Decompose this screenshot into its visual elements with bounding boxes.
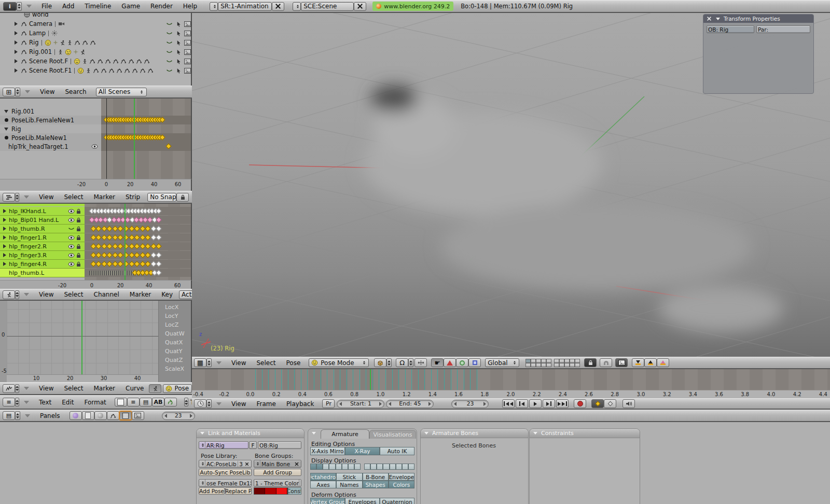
add-group-button[interactable]: Add Group bbox=[254, 469, 301, 476]
toggle-x-ray[interactable]: X-Ray bbox=[345, 447, 380, 455]
lock-view-button[interactable] bbox=[176, 193, 189, 202]
nla-menu-select[interactable]: Select bbox=[64, 193, 83, 201]
collapse-triangle-icon[interactable] bbox=[4, 110, 8, 113]
action-channel-hlp-finger1-r[interactable]: hlp_finger1.R bbox=[0, 233, 85, 242]
outliner-row-rig[interactable]: Rig bbox=[0, 38, 191, 47]
armature-layer-toggle[interactable] bbox=[342, 464, 348, 470]
layer-toggle[interactable] bbox=[531, 359, 536, 363]
outliner-row-scene-root-f1[interactable]: Scene Root.F1 bbox=[0, 66, 191, 75]
action-channel-hlp-finger2-r[interactable]: hlp_finger2.R bbox=[0, 242, 85, 251]
poselib-action-field[interactable]: AC:PoseLib 3 bbox=[199, 460, 252, 468]
decrement-arrow-icon[interactable] bbox=[164, 414, 167, 418]
topbar-menu-add[interactable]: Add bbox=[62, 3, 74, 10]
fake-user-button[interactable]: F bbox=[249, 441, 257, 449]
nla-menu-view[interactable]: View bbox=[39, 193, 53, 201]
outliner-row-scene-root-f[interactable]: Scene Root.F bbox=[0, 57, 191, 66]
action-channel-label[interactable]: hlp_IKHand.L bbox=[9, 208, 46, 215]
start-frame-field[interactable]: Start: 1 bbox=[337, 400, 384, 408]
parent-field[interactable]: Par: bbox=[756, 25, 810, 33]
nla-channel-label[interactable]: hlpTrk_headTarget.1 bbox=[8, 143, 68, 150]
action-channel-hlp-thumb-r[interactable]: hlp_thumb.R bbox=[0, 225, 85, 233]
header-collapse-icon[interactable] bbox=[24, 387, 29, 390]
close-icon[interactable] bbox=[707, 16, 712, 21]
increment-arrow-icon[interactable] bbox=[379, 402, 382, 406]
step-back-button[interactable] bbox=[516, 399, 528, 408]
toggle-auto-ik[interactable]: Auto IK bbox=[380, 447, 414, 455]
layer-toggle[interactable] bbox=[575, 359, 580, 363]
panel-header[interactable]: Armature Bones bbox=[421, 429, 528, 438]
increment-arrow-icon[interactable] bbox=[483, 402, 486, 406]
ipo-pose-toggle[interactable] bbox=[149, 384, 161, 393]
record-button[interactable] bbox=[574, 399, 586, 408]
header-collapse-icon[interactable] bbox=[216, 402, 222, 405]
syntax-highlight-button[interactable]: AB bbox=[152, 398, 164, 407]
action-channel-hlp-thumb-l[interactable]: hlp_thumb.L bbox=[0, 269, 85, 277]
ipo-menu-select[interactable]: Select bbox=[64, 385, 83, 392]
editor-type-stepper[interactable] bbox=[15, 411, 20, 420]
object-name-field[interactable]: OB:Rig bbox=[258, 441, 301, 449]
decrement-arrow-icon[interactable] bbox=[339, 402, 342, 406]
outliner-row-lamp[interactable]: Lamp bbox=[0, 29, 191, 38]
ipo-channel-quaty[interactable]: QuatY bbox=[165, 348, 182, 355]
fullscreen-button[interactable] bbox=[115, 398, 127, 407]
autosync-poselib-button[interactable]: Auto-Sync PoseLib bbox=[199, 469, 252, 476]
outliner-scene-filter[interactable]: All Scenes bbox=[96, 88, 147, 96]
panel-header[interactable]: Link and Materials bbox=[197, 429, 304, 438]
toggle-shapes[interactable]: Shapes bbox=[363, 481, 389, 488]
user-count[interactable]: 3 bbox=[238, 461, 244, 467]
text-editor-icon[interactable]: ≡ bbox=[3, 398, 15, 407]
toggle-octahedron[interactable]: Octahedron bbox=[310, 473, 336, 481]
const-toggle[interactable]: Const bbox=[288, 487, 301, 495]
editor-type-stepper[interactable] bbox=[15, 88, 20, 96]
screen-close-button[interactable] bbox=[272, 2, 284, 11]
panel-collapse-icon[interactable] bbox=[716, 18, 720, 20]
line-numbers-button[interactable]: ▤ bbox=[140, 398, 152, 407]
jump-end-button[interactable] bbox=[556, 399, 569, 408]
expand-triangle-icon[interactable] bbox=[3, 235, 6, 240]
outliner-item-label[interactable]: Camera bbox=[29, 20, 52, 27]
text-menu-format[interactable]: Format bbox=[85, 399, 106, 406]
expand-triangle-icon[interactable] bbox=[3, 227, 6, 231]
nla-channel-label[interactable]: PoseLib.MaleNew1 bbox=[11, 134, 67, 142]
armature-layer-toggle[interactable] bbox=[370, 464, 377, 470]
poselib-add-button[interactable] bbox=[632, 358, 644, 367]
outliner-row-rig-001[interactable]: Rig.001 bbox=[0, 47, 191, 57]
logic-context-button[interactable] bbox=[70, 411, 82, 420]
expand-triangle-icon[interactable] bbox=[15, 68, 18, 73]
expand-triangle-icon[interactable] bbox=[3, 209, 6, 213]
orientation-select[interactable]: Global bbox=[485, 358, 519, 367]
shading-context-button[interactable] bbox=[94, 411, 107, 420]
toggle-stick[interactable]: Stick bbox=[336, 473, 362, 481]
scene-close-button[interactable] bbox=[354, 2, 366, 11]
action-channel-hlp-finger4-r[interactable]: hlp_finger4.R bbox=[0, 260, 85, 269]
render-preview-button[interactable] bbox=[615, 358, 628, 367]
nla-channel-label[interactable]: Rig.001 bbox=[11, 108, 34, 115]
toggle-vertex-group[interactable]: Vertex Group bbox=[310, 498, 345, 504]
timeline-editor-icon[interactable] bbox=[194, 399, 206, 408]
expand-triangle-icon[interactable] bbox=[3, 253, 6, 257]
armature-layer-toggle[interactable] bbox=[402, 464, 408, 470]
panel-header[interactable]: Constraints bbox=[530, 429, 640, 438]
timeline-menu-view[interactable]: View bbox=[231, 400, 246, 408]
current-frame-field[interactable]: 23 bbox=[451, 400, 489, 408]
ipo-channel-quatx[interactable]: QuatX bbox=[165, 339, 183, 346]
layer-toggle[interactable] bbox=[525, 359, 531, 363]
armature-layer-toggle[interactable] bbox=[316, 464, 323, 470]
toggle-envelope[interactable]: Envelope bbox=[389, 473, 414, 481]
toggle-quaternion[interactable]: Quaternion bbox=[380, 498, 414, 504]
ipo-menu-marker[interactable]: Marker bbox=[94, 385, 115, 392]
armature-layer-toggle[interactable] bbox=[383, 464, 389, 470]
ipo-channel-quatw[interactable]: QuatW bbox=[165, 330, 185, 337]
nla-menu-marker[interactable]: Marker bbox=[94, 193, 115, 201]
object-context-button[interactable] bbox=[107, 411, 119, 420]
action-menu-view[interactable]: View bbox=[39, 291, 53, 298]
poselib-browse-button[interactable] bbox=[657, 358, 669, 367]
panel-collapse-icon[interactable] bbox=[533, 432, 537, 435]
expand-triangle-icon[interactable] bbox=[15, 40, 18, 45]
ipo-menu-view[interactable]: View bbox=[39, 385, 53, 392]
ipo-channel-locx[interactable]: LocX bbox=[165, 304, 178, 311]
editor-type-stepper[interactable] bbox=[15, 193, 19, 202]
header-collapse-icon[interactable] bbox=[24, 401, 29, 404]
text-menu-text[interactable]: Text bbox=[39, 399, 51, 406]
header-collapse-icon[interactable] bbox=[25, 414, 30, 417]
